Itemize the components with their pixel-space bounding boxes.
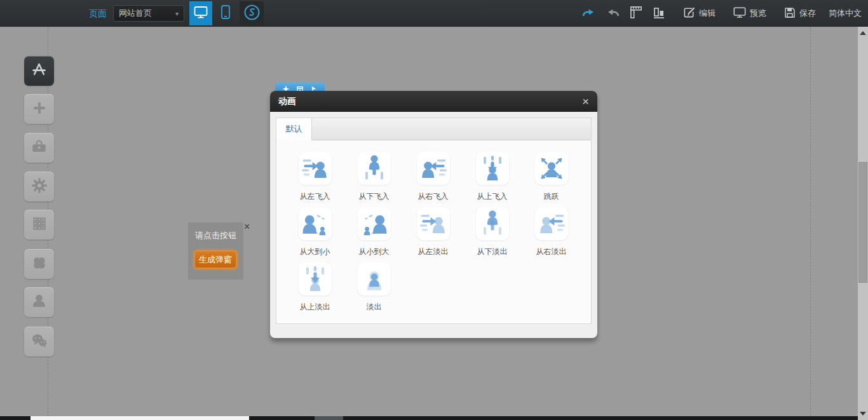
animation-option-label: 从下飞入 [359, 191, 390, 201]
vertical-scrollbar[interactable] [858, 27, 868, 420]
undo-button[interactable] [581, 8, 596, 19]
bottom-bar-light-segment [31, 416, 249, 420]
animation-option-label: 从右飞入 [418, 191, 449, 201]
desktop-view-button[interactable] [189, 1, 212, 25]
animation-option-label: 从大到小 [300, 247, 330, 257]
top-toolbar: 页面 网站首页 ▾ [0, 0, 868, 27]
scroll-up-arrow-icon[interactable] [860, 31, 866, 35]
fly-in-bottom-icon [358, 152, 391, 185]
link-circle-icon [243, 4, 261, 24]
toolbox-icon [31, 138, 48, 158]
animation-option-label: 从左淡出 [418, 247, 449, 257]
sidebar-item-toolbox[interactable] [24, 133, 54, 163]
animation-grid: 从左飞入 从下飞入 [276, 140, 591, 323]
animation-option-fade-top[interactable]: 从上淡出 [285, 262, 344, 312]
website-builder-app: 页面 网站首页 ▾ [0, 0, 868, 420]
edit-button[interactable]: 编辑 [679, 6, 715, 21]
animation-option-label: 从上飞入 [477, 191, 508, 201]
gear-icon [31, 177, 48, 197]
stats-button[interactable] [653, 6, 665, 21]
tab-default[interactable]: 默认 [276, 118, 312, 140]
wechat-icon [31, 332, 48, 352]
popup-trigger-widget[interactable]: 请点击按钮 生成弹窗 [188, 222, 243, 280]
fade-left-icon [417, 207, 450, 240]
edit-pencil-icon [682, 6, 696, 21]
preview-monitor-icon [733, 6, 747, 21]
page-label: 页面 [89, 8, 107, 20]
modal-title: 动画 [278, 96, 296, 107]
animation-option-label: 从上淡出 [300, 302, 330, 312]
animation-option-label: 从左飞入 [300, 191, 330, 201]
animation-option-big-to-small[interactable]: 从大到小 [285, 207, 344, 257]
sidebar-item-design-tools[interactable] [24, 56, 54, 86]
fly-in-right-icon [417, 152, 450, 185]
modal-close-icon[interactable]: × [582, 95, 589, 107]
animation-option-fly-in-top[interactable]: 从上飞入 [463, 152, 522, 201]
ruler-button[interactable] [630, 6, 643, 21]
plus-icon [31, 100, 48, 119]
sidebar-item-settings[interactable] [24, 172, 54, 201]
animation-option-fade[interactable]: 淡出 [344, 262, 403, 312]
mobile-phone-icon [219, 4, 232, 22]
modal-body: 默认 从左飞入 [276, 118, 592, 324]
sidebar-item-add-module[interactable] [24, 94, 54, 124]
animation-option-label: 从右淡出 [536, 247, 567, 257]
page-select-value: 网站首页 [119, 8, 152, 19]
save-label: 保存 [799, 8, 816, 19]
fade-bottom-icon [476, 207, 509, 240]
canvas-bottom-bar [0, 416, 868, 420]
animation-option-small-to-big[interactable]: 从小到大 [344, 207, 403, 257]
redo-icon [606, 8, 620, 19]
scrollbar-thumb[interactable] [858, 162, 867, 283]
bottom-bar-gray-segment [315, 416, 343, 420]
sidebar-item-member[interactable] [24, 287, 54, 317]
canvas-guide-right [810, 27, 811, 416]
fade-icon [358, 262, 391, 295]
stats-icon [653, 6, 665, 21]
animation-option-label: 从下淡出 [477, 247, 508, 257]
widget-close-icon[interactable]: × [244, 222, 250, 232]
language-switch[interactable]: 简体中文 [829, 8, 862, 19]
animation-modal: 动画 × 默认 [270, 91, 597, 338]
modal-header[interactable]: 动画 × [270, 91, 597, 112]
desktop-monitor-icon [193, 4, 208, 22]
undo-icon [581, 8, 596, 19]
animation-option-fly-in-bottom[interactable]: 从下飞入 [344, 152, 403, 201]
animation-option-label: 跳跃 [544, 191, 559, 201]
save-floppy-icon [783, 6, 796, 21]
big-to-small-icon [299, 207, 332, 240]
animation-option-fade-right[interactable]: 从右淡出 [522, 207, 581, 257]
clover-icon [31, 255, 48, 274]
animation-option-jump[interactable]: 跳跃 [522, 152, 581, 201]
user-icon [31, 292, 48, 312]
page-select-dropdown[interactable]: 网站首页 ▾ [113, 5, 184, 22]
sidebar-item-apps[interactable] [24, 249, 54, 279]
animation-option-fade-bottom[interactable]: 从下淡出 [463, 207, 522, 257]
ruler-icon [630, 6, 643, 21]
toolbar-right-group: 编辑 预览 保存 [572, 0, 864, 27]
animation-option-fade-left[interactable]: 从左淡出 [403, 207, 463, 257]
preview-label: 预览 [750, 8, 766, 19]
fade-top-icon [299, 262, 332, 295]
sidebar-item-modules[interactable] [24, 210, 54, 240]
jump-icon [535, 152, 568, 185]
fly-in-top-icon [476, 152, 509, 185]
save-button[interactable]: 保存 [780, 6, 816, 21]
redo-button[interactable] [606, 8, 620, 19]
grid-icon [31, 215, 48, 234]
link-button[interactable] [240, 1, 264, 25]
chevron-down-icon: ▾ [175, 10, 179, 17]
animation-option-fly-in-left[interactable]: 从左飞入 [285, 152, 344, 201]
small-to-big-icon [358, 207, 391, 240]
fade-right-icon [535, 207, 568, 240]
animation-option-fly-in-right[interactable]: 从右飞入 [403, 152, 463, 201]
animation-option-label: 从小到大 [359, 247, 390, 257]
generate-popup-button[interactable]: 生成弹窗 [194, 250, 237, 269]
design-tools-icon [31, 61, 48, 81]
mobile-view-button[interactable] [216, 1, 235, 25]
sidebar-item-wechat[interactable] [24, 327, 54, 356]
preview-button[interactable]: 预览 [729, 6, 766, 21]
scroll-down-arrow-icon[interactable] [860, 412, 866, 416]
animation-option-label: 淡出 [367, 302, 382, 312]
edit-label: 编辑 [699, 8, 715, 19]
